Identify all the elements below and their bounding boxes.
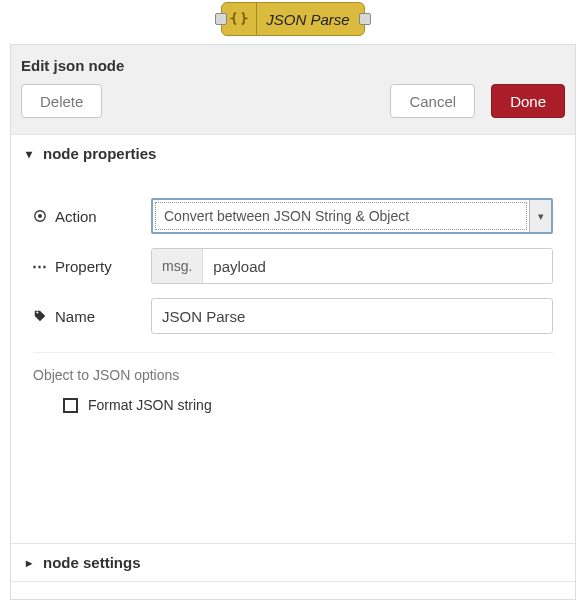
property-label: Property — [55, 258, 112, 275]
action-select-value: Convert between JSON String & Object — [155, 202, 527, 230]
property-value-input[interactable] — [203, 249, 552, 283]
node-settings-title: node settings — [43, 554, 141, 571]
action-label: Action — [55, 208, 97, 225]
action-target-icon — [33, 209, 47, 223]
format-json-checkbox-label: Format JSON string — [88, 397, 212, 413]
name-input[interactable] — [151, 298, 553, 334]
ellipsis-icon: ⋯ — [33, 257, 47, 275]
chevron-right-icon: ▸ — [23, 556, 35, 570]
edit-panel: Edit json node Delete Cancel Done ▾ node… — [10, 44, 576, 600]
options-title: Object to JSON options — [33, 367, 553, 383]
chevron-down-icon[interactable]: ▾ — [529, 200, 551, 232]
svg-point-1 — [38, 214, 42, 218]
tag-icon — [33, 309, 47, 323]
action-select[interactable]: Convert between JSON String & Object ▾ — [151, 198, 553, 234]
panel-title: Edit json node — [21, 57, 565, 74]
node-output-port[interactable] — [359, 13, 371, 25]
done-button[interactable]: Done — [491, 84, 565, 118]
braces-icon — [228, 8, 250, 30]
node-settings-section-header[interactable]: ▸ node settings — [11, 544, 575, 581]
node-input-port[interactable] — [215, 13, 227, 25]
format-json-checkbox[interactable] — [63, 398, 78, 413]
property-type-prefix[interactable]: msg. — [152, 249, 203, 283]
name-label: Name — [55, 308, 95, 325]
chevron-down-icon: ▾ — [23, 147, 35, 161]
node-properties-title: node properties — [43, 145, 156, 162]
property-input[interactable]: msg. — [151, 248, 553, 284]
delete-button[interactable]: Delete — [21, 84, 102, 118]
node-properties-section-header[interactable]: ▾ node properties — [11, 135, 575, 172]
divider — [33, 352, 553, 353]
json-node-badge[interactable]: JSON Parse — [221, 2, 364, 36]
cancel-button[interactable]: Cancel — [390, 84, 475, 118]
node-label: JSON Parse — [266, 11, 349, 28]
